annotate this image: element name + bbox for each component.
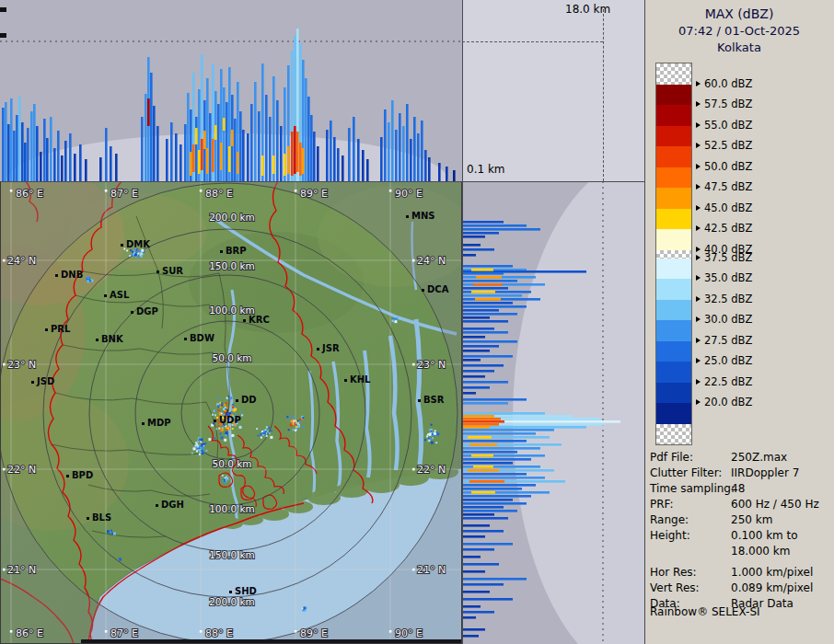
- echo-speckle: [132, 251, 133, 253]
- echo-speckle: [224, 404, 226, 406]
- radar-display-window: 18.0 km 0.1 km: [0, 0, 834, 644]
- profile-bar-core: [272, 155, 275, 174]
- profile-bar: [5, 102, 7, 181]
- color-scale-cell: [656, 126, 691, 147]
- echo-speckle: [119, 558, 121, 560]
- range-ring-label: 200.0 km: [209, 596, 255, 607]
- city-label-PRL: PRL: [51, 324, 71, 334]
- panel-separator: [0, 181, 644, 182]
- profile-bar-core: [237, 152, 239, 174]
- profile-bar-core: [469, 443, 497, 446]
- profile-bar-core: [296, 132, 299, 172]
- profile-bar: [53, 148, 56, 181]
- metadata-row: Clutter Filter:IIRDoppler 7: [650, 466, 832, 481]
- grid-label-dot: [200, 190, 203, 192]
- profile-bar: [462, 429, 554, 431]
- profile-bar: [462, 336, 485, 339]
- profile-bar: [16, 115, 18, 181]
- profile-bar: [462, 513, 494, 516]
- echo-speckle: [232, 409, 234, 411]
- profile-bar-core: [214, 125, 217, 140]
- profile-bar: [391, 100, 394, 181]
- color-scale-cell: [656, 383, 691, 404]
- profile-bar: [462, 583, 504, 586]
- latitude-label-right: 21° N: [417, 564, 446, 576]
- profile-bar: [348, 128, 351, 181]
- echo-speckle: [267, 431, 269, 432]
- metadata-value: 250 km: [731, 512, 772, 528]
- city-dot: [184, 338, 187, 340]
- grid-label-dot: [10, 190, 13, 192]
- city-dot: [66, 475, 69, 477]
- longitude-label-bottom: 90° E: [395, 627, 423, 639]
- profile-bar: [462, 313, 517, 316]
- city-label-SUR: SUR: [162, 266, 183, 276]
- echo-speckle: [130, 249, 132, 251]
- echo-speckle: [299, 421, 301, 423]
- metadata-row: Time sampling:48: [650, 481, 832, 497]
- echo-speckle: [214, 414, 216, 416]
- scale-value: 35.0 dBZ: [704, 271, 752, 284]
- profile-bar: [462, 611, 494, 614]
- city-label-MDP: MDP: [147, 418, 171, 428]
- profile-bar: [384, 109, 387, 181]
- profile-bar: [421, 121, 423, 181]
- echo-speckle: [126, 249, 128, 251]
- echo-speckle: [226, 427, 227, 429]
- radar-map: 86° E86° E87° E87° E88° E88° E89° E89° E…: [0, 181, 462, 644]
- profile-bar: [462, 228, 540, 231]
- profile-bar: [428, 157, 431, 181]
- profile-bar: [105, 128, 108, 181]
- metadata-key: Height:: [650, 528, 731, 544]
- longitude-label-top: 90° E: [395, 188, 423, 200]
- metadata-value: 1.000 km/pixel: [731, 565, 813, 581]
- echo-speckle: [226, 407, 228, 408]
- metadata-key: Hor Res:: [650, 565, 731, 581]
- color-scale-label: 57.5 dBZ: [696, 98, 752, 110]
- product-title: MAX (dBZ): [644, 6, 834, 21]
- city-dot: [142, 422, 145, 425]
- city-dot: [317, 348, 319, 351]
- profile-bar-core: [261, 155, 264, 176]
- profile-bar: [234, 119, 237, 181]
- echo-speckle: [429, 433, 432, 436]
- profile-bar: [462, 309, 499, 312]
- city-label-BDW: BDW: [190, 333, 214, 343]
- metadata-value: 48: [731, 481, 745, 497]
- echo-speckle: [205, 450, 207, 452]
- profile-bar-core: [192, 144, 195, 172]
- profile-bar: [462, 462, 513, 465]
- radar-map-panel[interactable]: 86° E86° E87° E87° E88° E88° E89° E89° E…: [0, 181, 462, 644]
- echo-speckle: [271, 430, 272, 431]
- echo-speckle: [295, 422, 297, 424]
- profile-bar: [462, 570, 485, 573]
- city-dot: [344, 379, 347, 382]
- latitude-label-left: 21° N: [7, 564, 36, 576]
- metadata-value: 600 Hz / 450 Hz: [731, 497, 819, 512]
- profile-bar: [462, 287, 508, 290]
- profile-bar: [333, 137, 336, 181]
- height-grid-line: [462, 41, 603, 42]
- profile-bar: [462, 294, 522, 297]
- range-ring-label: 100.0 km: [209, 503, 255, 514]
- city-label-UDP: UDP: [219, 415, 241, 425]
- profile-bar: [110, 146, 112, 181]
- profile-bar: [462, 535, 485, 538]
- color-scale-cell: [656, 279, 691, 300]
- scale-value: 25.0 dBZ: [704, 354, 752, 367]
- echo-speckle: [424, 439, 426, 441]
- echo-speckle: [231, 434, 234, 437]
- profile-bar: [388, 122, 390, 181]
- profile-bar: [462, 502, 527, 505]
- profile-bar: [462, 386, 490, 389]
- profile-bar: [209, 113, 212, 181]
- echo-speckle: [87, 276, 89, 279]
- profile-bar: [462, 320, 508, 323]
- axis-corner-area: 18.0 km 0.1 km: [462, 0, 644, 181]
- profile-bar-core: [462, 423, 499, 426]
- scale-value: 27.5 dBZ: [704, 334, 752, 347]
- echo-speckle: [219, 433, 221, 435]
- echo-speckle: [199, 454, 201, 455]
- grid-label-dot: [10, 630, 13, 633]
- latitude-label-left: 22° N: [7, 464, 36, 476]
